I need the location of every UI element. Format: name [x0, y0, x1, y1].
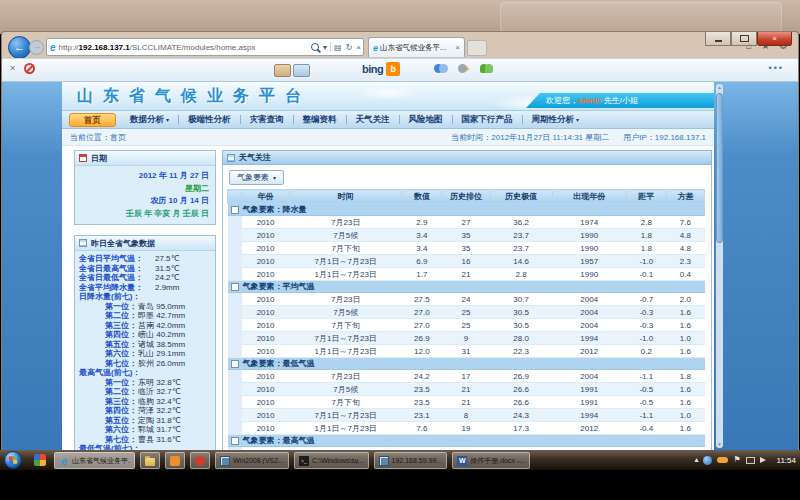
browser-navigation-bar: ← → e http://192.168.137.1/SLCCLIMATE/mo… — [2, 32, 798, 58]
weather-table-head-row: 年份时间数值历史排位历史极值出现年份距平方差 — [228, 190, 705, 204]
cell: -0.5 — [626, 396, 666, 409]
cell: -1.0 — [626, 255, 666, 268]
calendar-icon — [79, 154, 87, 162]
weather-panel-header: 昨日全省气象数据 — [75, 236, 215, 251]
group-checkbox[interactable] — [231, 206, 239, 214]
browser-tab[interactable]: e 山东省气候业务平... × — [368, 37, 465, 57]
content-area: 日期 2012 年 11 月 27 日星期二农历 10 月 14 日壬辰 年 辛… — [62, 146, 714, 452]
nav-item-6[interactable]: 天气关注 — [347, 114, 399, 126]
cell: 2012 — [552, 345, 626, 358]
refresh-button[interactable]: ↻ — [346, 43, 353, 52]
show-hidden-icons-button[interactable]: ▴ — [694, 455, 698, 465]
row-lead-cell — [228, 293, 242, 306]
taskbar-button-label: Win2008 (VS2... — [233, 457, 284, 464]
nav-item-9[interactable]: 周期性分析▾ — [523, 114, 589, 126]
weather-tray-icon[interactable] — [717, 457, 728, 463]
weather-summary-panel: 昨日全省气象数据 全省日平均气温：27.5℃全省日最高气温：31.5℃全省日最低… — [74, 235, 216, 452]
taskbar-button-6[interactable]: >_C:\Windows\sy... — [294, 452, 369, 469]
cell: -1.1 — [626, 370, 666, 383]
cell: 2010 — [242, 332, 290, 345]
cell: 0.2 — [626, 345, 666, 358]
volume-icon[interactable] — [760, 457, 769, 463]
forward-button[interactable]: → — [29, 40, 44, 55]
pinned-app-icon[interactable] — [34, 454, 46, 466]
start-button[interactable] — [4, 451, 22, 469]
close-pane-button[interactable]: × — [10, 63, 15, 73]
group-checkbox[interactable] — [231, 360, 239, 368]
maximize-button[interactable] — [731, 32, 757, 46]
col-header: 时间 — [290, 190, 402, 204]
minimize-button[interactable] — [705, 32, 731, 46]
row-lead-cell — [228, 255, 242, 268]
taskbar-button-3[interactable] — [165, 452, 185, 469]
people-icon[interactable] — [480, 64, 493, 73]
page-title: 山东省气候业务平台 — [77, 86, 311, 107]
nav-item-4[interactable]: 灾害查询 — [241, 114, 293, 126]
bing-icon[interactable]: b — [386, 62, 400, 76]
taskbar-clock[interactable]: 11:54 — [777, 456, 796, 465]
scroll-up-arrow[interactable]: ▴ — [716, 84, 723, 91]
cell: 12.0 — [402, 345, 442, 358]
bing-logo: bing — [362, 63, 383, 75]
cell: 1.6 — [666, 422, 704, 435]
table-row: 20107月23日2.92736.219742.87.6 — [228, 216, 705, 229]
back-button[interactable]: ← — [8, 36, 31, 59]
nav-item-5[interactable]: 整编资料 — [294, 114, 346, 126]
messenger-icon[interactable] — [434, 64, 448, 73]
user-ip: 用户IP：192.168.137.1 — [623, 132, 706, 143]
cell: 4.8 — [666, 242, 704, 255]
taskbar-button-1[interactable]: e山东省气候业务平... — [54, 452, 135, 469]
scroll-down-arrow[interactable]: ▾ — [716, 441, 723, 448]
cell: 28.0 — [490, 332, 552, 345]
stat-value: 27.5℃ — [155, 254, 180, 264]
taskbar-button-8[interactable]: W操作手册.docx -... — [452, 452, 530, 469]
element-filter-button[interactable]: 气象要素▾ — [229, 170, 284, 185]
cell: 7月1日～7月23日 — [290, 409, 402, 422]
rank-item: 第二位：即墨 42.7mm — [79, 311, 211, 321]
group-row: 气象要素：平均气温 — [228, 281, 705, 293]
page-scrollbar[interactable]: ▴ ▾ — [716, 84, 723, 448]
close-tab-button[interactable]: × — [453, 43, 462, 52]
taskbar-button-2[interactable] — [140, 452, 160, 469]
profile-star-icon[interactable]: ★ — [458, 64, 470, 73]
taskbar-button-5[interactable]: Win2008 (VS2... — [215, 452, 289, 469]
nav-item-1[interactable]: 首页 — [69, 113, 116, 127]
overflow-menu-button[interactable]: ••• — [769, 63, 784, 73]
cell: 7月23日 — [290, 293, 402, 306]
nav-item-3[interactable]: 极端性分析 — [179, 114, 240, 126]
taskbar-button-7[interactable]: 192.168.59.99... — [374, 452, 448, 469]
group-checkbox[interactable] — [231, 283, 239, 291]
address-bar[interactable]: e http://192.168.137.1/SLCCLIMATE/module… — [46, 38, 364, 56]
nav-item-8[interactable]: 国家下行产品 — [453, 114, 522, 126]
network-globe-icon[interactable] — [703, 456, 712, 465]
scrollbar-thumb[interactable] — [716, 93, 723, 243]
rank-item: 第七位：曹县 31.6℃ — [79, 435, 211, 445]
taskbar-button-4[interactable] — [190, 452, 210, 469]
close-window-button[interactable]: × — [757, 32, 792, 46]
new-tab-button[interactable] — [467, 40, 487, 56]
cell: 1990 — [552, 229, 626, 242]
nav-item-2[interactable]: 数据分析▾ — [121, 114, 178, 126]
cell: 2010 — [242, 319, 290, 332]
group-label: 气象要素：最高气温 — [243, 436, 315, 445]
network-icon[interactable] — [746, 457, 755, 464]
table-row: 20101月1日～7月23日7.61917.32012-0.41.6 — [228, 422, 705, 435]
section-icon — [227, 154, 235, 162]
compatibility-view-icon[interactable]: ▤ — [334, 43, 342, 52]
date-panel-header: 日期 — [75, 151, 215, 166]
stop-button[interactable]: × — [356, 43, 361, 52]
nav-item-7[interactable]: 风险地图 — [400, 114, 452, 126]
search-icon[interactable] — [311, 43, 319, 51]
table-row: 20107月5候27.02530.52004-0.31.6 — [228, 306, 705, 319]
cell: 0.4 — [666, 268, 704, 281]
action-center-flag-icon[interactable]: ⚑ — [733, 455, 740, 465]
breadcrumb: 当前位置：首页 — [70, 132, 126, 143]
group-row: 气象要素：最高气温 — [228, 435, 705, 447]
rank-value: 定陶 31.8℃ — [138, 416, 181, 426]
address-dropdown-icon[interactable]: ▾ — [323, 43, 327, 52]
group-checkbox[interactable] — [231, 437, 239, 445]
system-tray: ▴ ⚑ 11:54 — [694, 450, 796, 470]
rank-label: 第一位： — [105, 302, 138, 312]
background-window — [500, 2, 782, 32]
main-panel-header: 天气关注 — [222, 150, 712, 165]
